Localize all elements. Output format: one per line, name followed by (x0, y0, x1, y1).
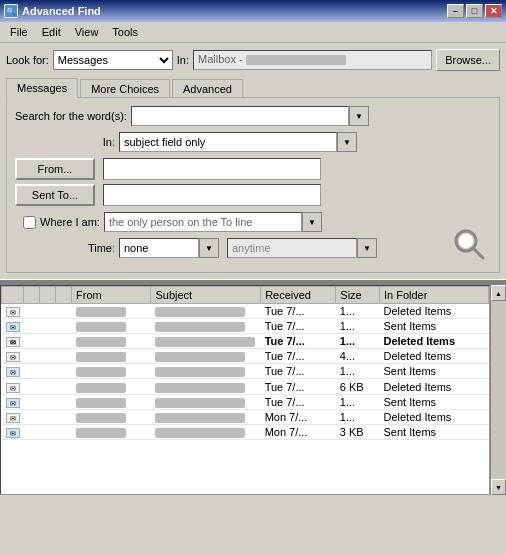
row-received: Tue 7/... (261, 304, 336, 319)
window-controls: – □ ✕ (447, 4, 502, 18)
table-row[interactable]: ✉ Tue 7/... 1... Sent Items (2, 319, 489, 334)
row-icon1: ✉ (2, 409, 24, 424)
menu-bar: File Edit View Tools (0, 22, 506, 43)
look-for-row: Look for: Messages In: Mailbox - Browse.… (6, 49, 500, 71)
sentto-button[interactable]: Sent To... (15, 184, 95, 206)
minimize-button[interactable]: – (447, 4, 464, 18)
search-words-dropdown[interactable]: ▼ (349, 106, 369, 126)
svg-line-2 (473, 248, 483, 258)
row-icon2 (24, 394, 40, 409)
menu-tools[interactable]: Tools (106, 24, 144, 40)
row-folder: Deleted Items (379, 334, 488, 349)
look-for-select[interactable]: Messages (53, 50, 173, 70)
where-i-am-checkbox[interactable] (23, 216, 36, 229)
from-button[interactable]: From... (15, 158, 95, 180)
row-from (72, 379, 151, 394)
scroll-down-button[interactable]: ▼ (491, 479, 506, 495)
menu-file[interactable]: File (4, 24, 34, 40)
browse-button[interactable]: Browse... (436, 49, 500, 71)
row-subject (151, 334, 261, 349)
in-dropdown[interactable]: ▼ (337, 132, 357, 152)
results-area[interactable]: From Subject Received Size In Folder ✉ T… (0, 285, 490, 495)
messages-tab-panel: Search for the word(s): ▼ In: subject fi… (6, 97, 500, 273)
row-folder: Deleted Items (379, 304, 488, 319)
menu-view[interactable]: View (69, 24, 105, 40)
tab-more-choices[interactable]: More Choices (80, 79, 170, 98)
table-row[interactable]: ✉ Mon 7/... 3 KB Sent Items (2, 424, 489, 439)
col-folder-header[interactable]: In Folder (379, 287, 488, 304)
row-icon2 (24, 409, 40, 424)
row-size: 3 KB (336, 424, 380, 439)
mailbox-blurred (246, 55, 346, 65)
row-folder: Deleted Items (379, 379, 488, 394)
menu-edit[interactable]: Edit (36, 24, 67, 40)
vertical-scrollbar[interactable]: ▲ ▼ (490, 285, 506, 495)
from-sentto-area: From... Sent To... (15, 158, 491, 206)
time-label: Time: (15, 242, 115, 254)
table-row[interactable]: ✉ Mon 7/... 1... Deleted Items (2, 409, 489, 424)
table-row[interactable]: ✉ Tue 7/... 1... Deleted Items (2, 334, 489, 349)
where-i-am-label: Where I am: (40, 216, 100, 228)
row-size: 1... (336, 334, 380, 349)
row-folder: Deleted Items (379, 409, 488, 424)
tab-panel-wrapper: Messages More Choices Advanced Search fo… (6, 77, 500, 273)
scroll-up-button[interactable]: ▲ (491, 285, 506, 301)
magnifier-area (452, 227, 487, 264)
search-words-row: Search for the word(s): ▼ (15, 106, 491, 126)
email-icon: ✉ (6, 307, 20, 317)
results-table: From Subject Received Size In Folder ✉ T… (1, 286, 489, 440)
col-size-header[interactable]: Size (336, 287, 380, 304)
row-icon2 (24, 304, 40, 319)
tab-advanced[interactable]: Advanced (172, 79, 243, 98)
tabs-container: Messages More Choices Advanced (6, 77, 500, 97)
email-icon: ✉ (6, 398, 20, 408)
row-icon3 (40, 424, 56, 439)
in-field-label: In: (15, 136, 115, 148)
search-words-input[interactable] (131, 106, 349, 126)
row-icon2 (24, 349, 40, 364)
row-folder: Deleted Items (379, 349, 488, 364)
row-from (72, 394, 151, 409)
row-folder: Sent Items (379, 319, 488, 334)
table-row[interactable]: ✉ Tue 7/... 1... Deleted Items (2, 304, 489, 319)
table-row[interactable]: ✉ Tue 7/... 6 KB Deleted Items (2, 379, 489, 394)
where-i-am-row: Where I am: the only person on the To li… (23, 212, 491, 232)
table-header-row: From Subject Received Size In Folder (2, 287, 489, 304)
time-dropdown[interactable]: ▼ (199, 238, 219, 258)
maximize-button[interactable]: □ (466, 4, 483, 18)
mailbox-field: Mailbox - (193, 50, 432, 70)
look-for-label: Look for: (6, 54, 49, 66)
table-row[interactable]: ✉ Tue 7/... 1... Sent Items (2, 364, 489, 379)
col-from-header[interactable]: From (72, 287, 151, 304)
row-icon3 (40, 409, 56, 424)
time-range-dropdown[interactable]: ▼ (357, 238, 377, 258)
email-icon: ✉ (6, 367, 20, 377)
time-range-display: anytime (227, 238, 357, 258)
col-subject-header[interactable]: Subject (151, 287, 261, 304)
search-icon (452, 227, 487, 262)
table-row[interactable]: ✉ Tue 7/... 1... Sent Items (2, 394, 489, 409)
row-folder: Sent Items (379, 424, 488, 439)
row-icon2 (24, 424, 40, 439)
button-column: From... Sent To... (15, 158, 95, 206)
row-icon1: ✉ (2, 379, 24, 394)
from-input[interactable] (103, 158, 321, 180)
col-received-header[interactable]: Received (261, 287, 336, 304)
table-row[interactable]: ✉ Tue 7/... 4... Deleted Items (2, 349, 489, 364)
tab-messages[interactable]: Messages (6, 78, 78, 98)
where-dropdown[interactable]: ▼ (302, 212, 322, 232)
scroll-track[interactable] (491, 301, 506, 479)
row-icon3 (40, 394, 56, 409)
row-icon4 (56, 379, 72, 394)
row-subject (151, 349, 261, 364)
row-subject (151, 409, 261, 424)
row-icon1: ✉ (2, 349, 24, 364)
row-from (72, 334, 151, 349)
in-label: In: (177, 54, 189, 66)
sentto-input[interactable] (103, 184, 321, 206)
email-icon: ✉ (6, 322, 20, 332)
close-button[interactable]: ✕ (485, 4, 502, 18)
results-wrapper: From Subject Received Size In Folder ✉ T… (0, 283, 506, 495)
row-folder: Sent Items (379, 394, 488, 409)
row-received: Tue 7/... (261, 349, 336, 364)
